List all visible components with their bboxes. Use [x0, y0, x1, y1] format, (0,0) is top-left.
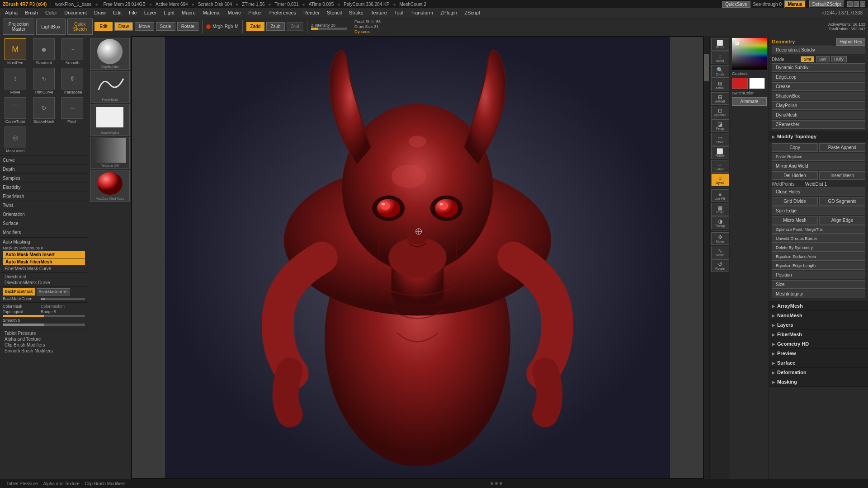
samples-label[interactable]: Samples [3, 175, 85, 182]
size-btn[interactable]: Size [772, 280, 865, 289]
alpha-brush[interactable]: BrushAlpha [90, 104, 130, 136]
alternate-button[interactable]: Alternate [732, 97, 767, 106]
canvas-border[interactable] [131, 36, 704, 479]
nanomesh-section[interactable]: ▶ NanoMesh [769, 311, 868, 320]
z-intensity-slider[interactable] [311, 28, 347, 30]
edgeloop-btn[interactable]: EdgeLoop [772, 73, 865, 81]
menu-edit[interactable]: Edit [110, 9, 125, 16]
position-btn[interactable]: Position [772, 271, 865, 279]
elasticity-label[interactable]: Elasticity [3, 184, 85, 191]
scale-button[interactable]: Scale [156, 22, 175, 31]
smooth-slider[interactable] [3, 324, 85, 326]
close-button[interactable]: × [860, 1, 865, 7]
fibermesh-mask-curve-item[interactable]: FiberMesh Mask Curve [3, 266, 85, 272]
gradient-label[interactable]: Gradient [732, 71, 767, 76]
menu-stencil[interactable]: Stencil [324, 9, 345, 16]
equalize-edge-btn[interactable]: Equalize Edge Length [772, 262, 865, 270]
lightbox-button[interactable]: LightBox [36, 19, 66, 35]
rotate-button[interactable]: Rotate [177, 22, 198, 31]
tablet-pressure-item[interactable]: Tablet Pressure [3, 330, 85, 336]
gd-segments-btn[interactable]: GD Segments [819, 197, 865, 206]
dynamic-icon-button[interactable]: ⊡ Dynamic [711, 106, 729, 118]
bottom-nav-3[interactable] [500, 482, 502, 485]
unweld-groups-btn[interactable]: Unweld Groups Border [772, 235, 865, 243]
range-slider[interactable] [3, 315, 85, 317]
dynamic-subdiv-btn[interactable]: Dynamic Subdiv [772, 63, 865, 72]
alpha-texture-off[interactable]: Texture Off [90, 137, 130, 169]
menu-macro[interactable]: Macro [179, 9, 199, 16]
equalize-surface-btn[interactable]: Equalize Surface Area [772, 253, 865, 261]
menu-alpha[interactable]: Alpha [2, 9, 21, 16]
meshintegrity-btn[interactable]: MeshIntegrity [772, 290, 865, 298]
higher-res-button[interactable]: Higher Res [836, 38, 865, 46]
background-swatch[interactable] [749, 78, 765, 89]
grid-divide-btn[interactable]: Grid Divide [772, 197, 818, 206]
paste-replace-btn[interactable]: Paste Replace [772, 153, 865, 161]
fibermesh-label[interactable]: FiberMesh [3, 193, 85, 200]
brush-maslasso[interactable]: ◎ MasLasso [1, 126, 29, 154]
brush-curvetube[interactable]: ⌒ CurveTube [1, 96, 29, 125]
modifiers-label[interactable]: Modifiers [3, 229, 85, 236]
micro-mesh-btn[interactable]: Micro Mesh [772, 216, 818, 225]
auto-masking-label[interactable]: Auto Masking [3, 239, 85, 245]
zremesher-btn[interactable]: ZRemesher [772, 120, 865, 129]
deformation-section[interactable]: ▶ Deformation [769, 368, 868, 377]
smt-button[interactable]: Smt [801, 56, 814, 62]
alpha-clay-builder[interactable]: ClayBuilder [90, 38, 130, 70]
draw-button[interactable]: Draw [114, 22, 133, 31]
alpha-texture-item[interactable]: Alpha and Texture [3, 336, 85, 342]
bottom-tablet-btn[interactable]: Tablet Pressure [4, 481, 40, 486]
arraymesh-section[interactable]: ▶ ArrayMesh [769, 301, 868, 311]
directional-item[interactable]: Directional [3, 274, 85, 280]
edit-button[interactable]: Edit [94, 22, 113, 31]
quicksave-button[interactable]: QuickSave [722, 1, 750, 8]
menu-picker[interactable]: Picker [245, 9, 265, 16]
persp-button[interactable]: ◪ Persp [711, 119, 729, 132]
surface-label[interactable]: Surface [3, 220, 85, 227]
maximize-button[interactable]: □ [854, 1, 859, 7]
menu-tool[interactable]: Tool [391, 9, 406, 16]
move-view-button[interactable]: ✥ Move [711, 232, 729, 245]
switch-color-label[interactable]: SwitchColor [732, 91, 767, 95]
copy-btn[interactable]: Copy [772, 143, 818, 152]
frame-button[interactable]: ⬜ Frame [711, 146, 729, 159]
shadowbox-btn[interactable]: ShadowBox [772, 92, 865, 100]
menu-transform[interactable]: Transform [407, 9, 436, 16]
floor-button[interactable]: ▭ Floor [711, 133, 729, 145]
dynamic-label[interactable]: Dynamic [354, 29, 381, 34]
menu-layer[interactable]: Layer [141, 9, 160, 16]
mrgb-label[interactable]: Mrgb [212, 24, 223, 29]
spin-edge-btn[interactable]: Spin Edge [772, 206, 865, 215]
polyf-button[interactable]: ▦ Polyf [711, 203, 729, 216]
aahalf-button[interactable]: ⊟ AAHalf [711, 92, 729, 105]
twist-label[interactable]: Twist [3, 202, 85, 209]
bottom-clip-btn[interactable]: Clip Brush Modifiers [82, 481, 128, 486]
del-hidden-btn[interactable]: Del Hidden [772, 171, 818, 180]
bottom-nav-1[interactable] [491, 482, 493, 485]
surface-section-right[interactable]: ▶ Surface [769, 358, 868, 368]
scale-view-button[interactable]: ⤡ Scale [711, 246, 729, 258]
crease-btn[interactable]: Crease [772, 82, 865, 91]
menu-preferences[interactable]: Preferences [266, 9, 299, 16]
fibermesh-section[interactable]: ▶ FiberMesh [769, 330, 868, 339]
menu-zscript[interactable]: ZScript [461, 9, 483, 16]
reconstruct-subdiv-btn[interactable]: Reconstruct Subdiv [772, 46, 865, 54]
alpha-matcap[interactable]: MatCap Red Wax [90, 170, 130, 202]
m-label[interactable]: M [235, 24, 238, 29]
laym-button[interactable]: ↔ L/Aym [711, 160, 729, 173]
brush-smooth[interactable]: ~ Smooth [59, 38, 86, 66]
paste-append-btn[interactable]: Paste Append [819, 143, 865, 152]
suv-button[interactable]: Suv [816, 56, 830, 62]
zcut-button[interactable]: Zcut [287, 22, 303, 31]
foreground-swatch[interactable] [732, 78, 748, 89]
menu-file[interactable]: File [126, 9, 140, 16]
gyro2-button[interactable]: ○ Gyro2 [711, 174, 729, 186]
menu-draw[interactable]: Draw [91, 9, 109, 16]
menu-movie[interactable]: Movie [225, 9, 244, 16]
zadd-button[interactable]: Zadd [246, 22, 265, 31]
menu-render[interactable]: Render [300, 9, 323, 16]
menu-texture[interactable]: Texture [368, 9, 390, 16]
masking-section[interactable]: ▶ Masking [769, 377, 868, 387]
actual-button[interactable]: ⊞ Actual [711, 79, 729, 91]
dynamesh-btn[interactable]: DynaMesh [772, 111, 865, 119]
